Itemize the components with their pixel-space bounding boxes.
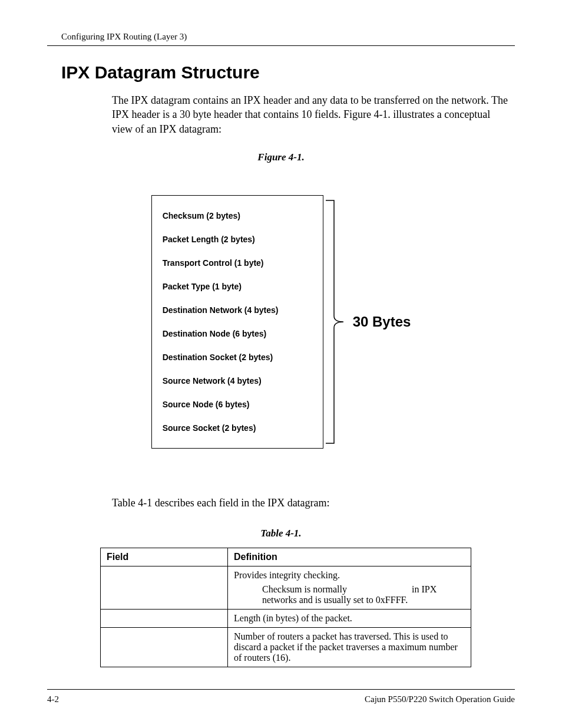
footer-row: 4-2 Cajun P550/P220 Switch Operation Gui…: [47, 694, 515, 704]
footer-rule: [47, 689, 515, 690]
field-row: Destination Socket (2 bytes): [163, 345, 312, 369]
field-row: Packet Length (2 bytes): [163, 228, 312, 251]
table-intro: Table 4-1 describes each field in the IP…: [112, 496, 509, 510]
field-definition-table: Field Definition Provides integrity chec…: [100, 548, 471, 667]
footer: 4-2 Cajun P550/P220 Switch Operation Gui…: [47, 684, 515, 704]
table-head-field: Field: [101, 548, 228, 566]
running-head: Configuring IPX Routing (Layer 3): [61, 32, 515, 42]
brace-label: 30 Bytes: [353, 314, 411, 330]
page: Configuring IPX Routing (Layer 3) IPX Da…: [0, 0, 562, 728]
table-cell-definition: Length (in bytes) of the packet.: [228, 610, 471, 628]
table-head-definition: Definition: [228, 548, 471, 566]
intro-paragraph: The IPX datagram contains an IPX header …: [112, 93, 509, 136]
figure-caption: Figure 4-1.: [47, 151, 515, 163]
def-line: Provides integrity checking.: [234, 570, 340, 580]
table-cell-definition: Provides integrity checking. Checksum is…: [228, 566, 471, 610]
field-row: Source Socket (2 bytes): [163, 416, 312, 440]
field-row: Transport Control (1 byte): [163, 251, 312, 275]
table-cell-field: [101, 610, 228, 628]
table-cell-definition: Number of routers a packet has traversed…: [228, 628, 471, 667]
table-header-row: Field Definition: [101, 548, 471, 566]
def-note: Checksum is normallyin IPX networks and …: [262, 584, 465, 605]
page-number: 4-2: [47, 694, 59, 704]
field-row: Source Node (6 bytes): [163, 393, 312, 416]
def-note-a: Checksum is normally: [262, 584, 347, 594]
table-row: Provides integrity checking. Checksum is…: [101, 566, 471, 610]
footer-title: Cajun P550/P220 Switch Operation Guide: [365, 694, 515, 704]
field-row: Checksum (2 bytes): [163, 204, 312, 228]
table-row: Number of routers a packet has traversed…: [101, 628, 471, 667]
section-title: IPX Datagram Structure: [61, 62, 515, 83]
table-cell-field: [101, 628, 228, 667]
field-row: Destination Network (4 bytes): [163, 298, 312, 322]
table-cell-field: [101, 566, 228, 610]
table-row: Length (in bytes) of the packet.: [101, 610, 471, 628]
field-row: Source Network (4 bytes): [163, 369, 312, 393]
field-row: Packet Type (1 byte): [163, 275, 312, 298]
figure: Checksum (2 bytes) Packet Length (2 byte…: [47, 195, 515, 449]
figure-inner: Checksum (2 bytes) Packet Length (2 byte…: [151, 195, 411, 449]
table-caption: Table 4-1.: [47, 528, 515, 539]
header-rule: [47, 45, 515, 46]
brace-icon: [323, 198, 347, 446]
ipx-header-fields-box: Checksum (2 bytes) Packet Length (2 byte…: [151, 195, 323, 449]
field-row: Destination Node (6 bytes): [163, 322, 312, 345]
